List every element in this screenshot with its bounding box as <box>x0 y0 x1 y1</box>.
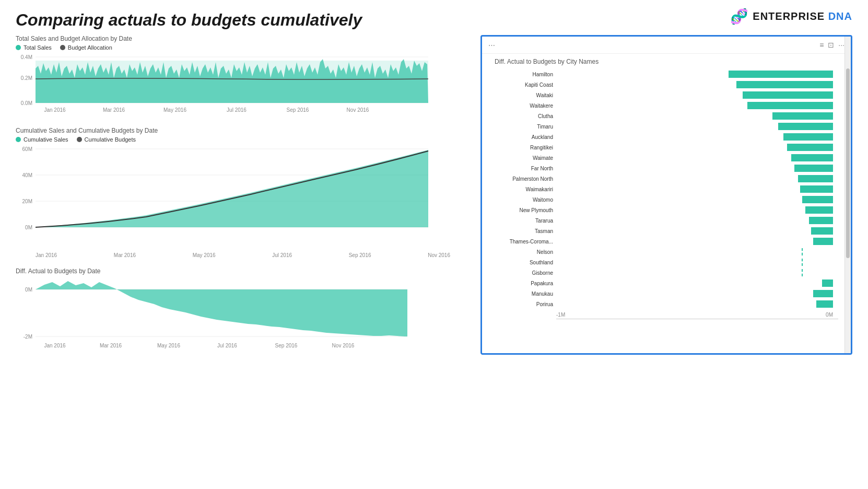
legend-dot-budget <box>60 45 65 50</box>
menu-icon[interactable]: ≡ <box>819 41 824 49</box>
logo-text: ENTERPRISE DNA <box>753 10 852 22</box>
bar-fill <box>813 290 833 297</box>
bar-row: Waimate <box>488 153 838 162</box>
logo-area: 🧬 ENTERPRISE DNA <box>730 8 852 25</box>
bar-fill <box>816 300 833 308</box>
svg-text:0.0M: 0.0M <box>21 100 32 106</box>
bar-fill <box>813 238 833 245</box>
bar-row: Tararua <box>488 216 838 225</box>
bar-fill <box>736 81 833 88</box>
bar-fill <box>802 269 833 276</box>
bar-track <box>556 154 838 161</box>
dna-icon: 🧬 <box>730 8 748 25</box>
svg-text:Nov 2016: Nov 2016 <box>332 343 355 348</box>
chart3-title: Diff. Actual to Budgets by Date <box>16 267 470 275</box>
legend-cumulative-budgets: Cumulative Budgets <box>77 136 136 143</box>
bar-row: Auckland <box>488 132 838 142</box>
bar-row: Papakura <box>488 278 838 288</box>
bar-fill <box>811 227 833 235</box>
chart3-svg: 0M -2M Jan 2016 Mar 2016 May 2016 Jul 20… <box>16 277 444 353</box>
svg-text:May 2016: May 2016 <box>157 343 180 348</box>
bar-city-label: Far North <box>488 166 556 171</box>
bar-row: Palmerston North <box>488 174 838 183</box>
bar-city-label: Waitakere <box>488 103 556 109</box>
scrollbar-right[interactable] <box>844 37 851 353</box>
bar-city-label: Auckland <box>488 134 556 140</box>
bar-row: Far North <box>488 164 838 173</box>
bar-row: Timaru <box>488 122 838 131</box>
main-layout: Total Sales and Budget Allocation by Dat… <box>16 35 852 355</box>
bar-city-label: Timaru <box>488 124 556 130</box>
bar-city-label: Thames-Coroma... <box>488 239 556 245</box>
svg-text:0M: 0M <box>25 287 32 293</box>
svg-text:-2M: -2M <box>24 334 32 340</box>
bar-fill <box>794 165 833 172</box>
bar-x-axis: -1M 0M <box>556 312 838 318</box>
bar-city-label: Gisborne <box>488 270 556 276</box>
bar-track <box>556 123 838 130</box>
chart1-section: Total Sales and Budget Allocation by Dat… <box>16 35 470 118</box>
chart2-title: Cumulative Sales and Cumulative Budgets … <box>16 127 470 134</box>
panel-icons: ≡ ⊡ ··· <box>819 41 844 49</box>
legend-dot-cum-budget <box>77 137 82 142</box>
bar-track <box>556 71 838 78</box>
bar-city-label: Tararua <box>488 218 556 224</box>
bar-track <box>556 227 838 235</box>
bar-fill <box>805 206 833 214</box>
bar-track <box>556 290 838 297</box>
page-title: Comparing actuals to budgets cumulativel… <box>16 10 852 30</box>
svg-text:Jan 2016: Jan 2016 <box>44 107 66 113</box>
chart2-section: Cumulative Sales and Cumulative Budgets … <box>16 127 470 258</box>
right-panel-header: ⋯ ≡ ⊡ ··· <box>482 37 851 54</box>
panel-dots-left: ⋯ <box>488 41 495 49</box>
bar-row: Tasman <box>488 226 838 236</box>
x-axis-label: Sep 2016 <box>349 252 371 258</box>
legend-budget-allocation: Budget Allocation <box>60 44 112 51</box>
bar-track <box>556 248 838 255</box>
scrollbar-thumb <box>846 68 850 259</box>
svg-text:0.4M: 0.4M <box>21 54 32 60</box>
bar-fill <box>809 217 833 224</box>
x-axis-label: Jan 2016 <box>36 252 57 258</box>
bar-chart-title: Diff. Actual to Budgets by City Names <box>488 58 838 65</box>
bar-fill <box>772 112 833 120</box>
legend-total-sales: Total Sales <box>16 44 52 51</box>
bar-row: Southland <box>488 258 838 267</box>
bar-city-label: Hamilton <box>488 72 556 77</box>
bar-city-label: Tasman <box>488 228 556 234</box>
bar-city-label: Rangitikei <box>488 145 556 150</box>
bar-row: Kapiti Coast <box>488 80 838 89</box>
x-axis-label: Jul 2016 <box>272 252 292 258</box>
bar-city-label: Manukau <box>488 291 556 297</box>
bar-city-label: Southland <box>488 260 556 265</box>
bar-axis-line <box>556 319 838 319</box>
bar-track <box>556 175 838 182</box>
bar-fill <box>778 123 833 130</box>
bar-row: Waitomo <box>488 195 838 204</box>
bar-city-label: Waitomo <box>488 197 556 203</box>
svg-text:0.2M: 0.2M <box>21 75 32 81</box>
bar-row: Clutha <box>488 111 838 121</box>
legend-cumulative-sales: Cumulative Sales <box>16 136 68 143</box>
more-icon[interactable]: ··· <box>838 41 844 49</box>
bar-fill <box>802 196 833 203</box>
svg-text:60M: 60M <box>22 146 32 152</box>
chart2-svg: 60M 40M 20M 0M <box>16 145 444 254</box>
bar-fill <box>747 102 833 109</box>
bar-fill <box>802 248 833 255</box>
svg-text:0M: 0M <box>25 225 32 230</box>
bar-track <box>556 196 838 203</box>
bar-city-label: Kapiti Coast <box>488 82 556 88</box>
right-panel: ⋯ ≡ ⊡ ··· Diff. Actual to Budgets by Cit… <box>480 35 852 355</box>
bar-row: Porirua <box>488 299 838 309</box>
bar-city-label: Waimakariri <box>488 187 556 192</box>
x-axis-label: May 2016 <box>193 252 216 258</box>
bar-track <box>556 81 838 88</box>
bar-track <box>556 185 838 193</box>
bar-fill <box>800 185 833 193</box>
expand-icon[interactable]: ⊡ <box>828 41 834 49</box>
bar-track <box>556 133 838 141</box>
bar-row: Waimakariri <box>488 184 838 194</box>
bar-row: Rangitikei <box>488 143 838 152</box>
legend-dot-total-sales <box>16 45 21 50</box>
